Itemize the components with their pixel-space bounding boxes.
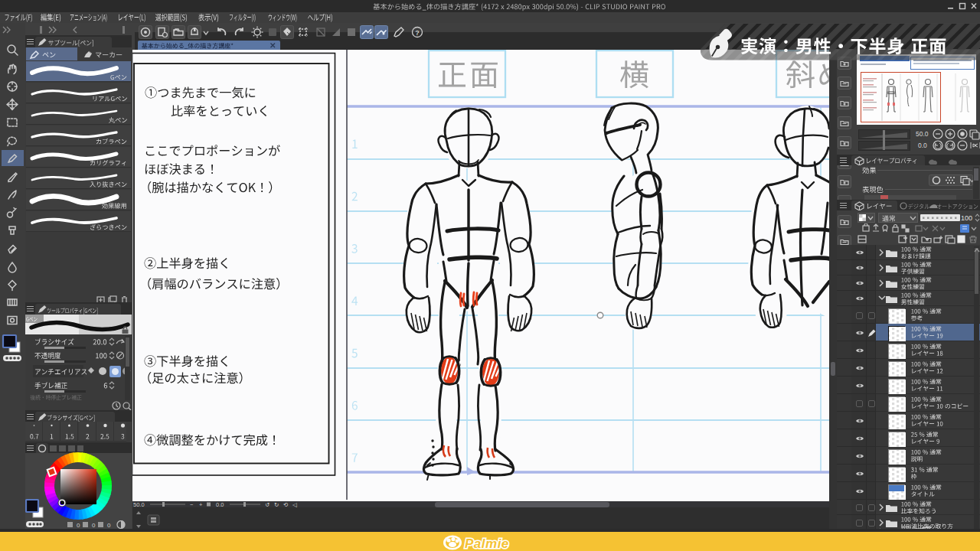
svg-text:+: + xyxy=(199,501,203,508)
svg-text:0: 0 xyxy=(107,522,111,529)
svg-text:0.0: 0.0 xyxy=(216,501,224,508)
svg-text:↻: ↻ xyxy=(274,501,279,508)
svg-text:50.0: 50.0 xyxy=(916,130,929,138)
svg-text:−: − xyxy=(190,501,194,508)
svg-text:Palmie: Palmie xyxy=(465,536,509,551)
svg-text:100: 100 xyxy=(961,214,972,222)
svg-text:?: ? xyxy=(415,29,420,37)
svg-text:0: 0 xyxy=(77,522,80,529)
svg-text:⟲: ⟲ xyxy=(283,501,288,508)
svg-text:50.0: 50.0 xyxy=(133,501,145,508)
svg-text:0.0: 0.0 xyxy=(918,142,927,149)
svg-text:↺: ↺ xyxy=(265,501,270,508)
svg-text:◁: ◁ xyxy=(292,501,297,508)
svg-text:0: 0 xyxy=(92,522,96,529)
